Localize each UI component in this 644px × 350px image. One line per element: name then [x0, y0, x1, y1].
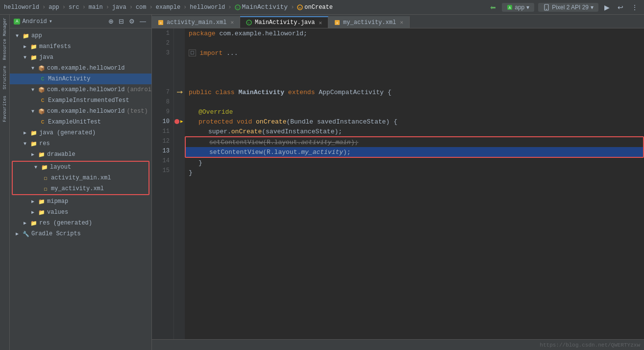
tree-label-my-activity: my_activity.xml — [51, 185, 104, 192]
device-dropdown[interactable]: Pixel 2 API 29 ▾ — [538, 3, 598, 12]
app-dropdown[interactable]: A app ▾ — [502, 3, 534, 12]
gradle-icon: 🔧 — [22, 230, 30, 238]
code-line-3: □ import ... — [185, 48, 644, 58]
run-button[interactable]: ▶ — [602, 2, 612, 12]
tree-toggle-java: ▼ — [22, 54, 28, 61]
gutter-icon-15 — [174, 166, 185, 175]
file-tree-panel: A Android ▾ ⊕ ⊟ ⚙ — ▼ 📁 app ▶ 📁 — [10, 15, 152, 350]
breadcrumb-helloworld2[interactable]: helloworld — [190, 4, 225, 11]
back-button[interactable]: ⬅ — [488, 2, 498, 12]
code-line-7: public class MainActivity extends AppCom… — [185, 87, 644, 97]
tree-toggle-res-generated: ▶ — [22, 220, 28, 226]
tree-label-res: res — [39, 140, 50, 147]
breadcrumb-main[interactable]: main — [89, 4, 103, 11]
tree-item-mipmap[interactable]: ▶ 📁 mipmap — [10, 196, 151, 207]
status-url: https://blog.csdn.net/QWERTYzxw — [540, 342, 640, 348]
tree-item-drawable[interactable]: ▶ 📁 drawable — [10, 149, 151, 160]
tree-item-gradle[interactable]: ▶ 🔧 Gradle Scripts — [10, 228, 151, 239]
tab-activity-main[interactable]: X activity_main.xml ✕ — [152, 16, 240, 28]
class-icon-mainactivity: C — [39, 75, 47, 83]
tree-item-values[interactable]: ▶ 📁 values — [10, 207, 151, 218]
tree-item-res-generated[interactable]: ▶ 📁 res (generated) — [10, 218, 151, 228]
svg-text:C: C — [248, 21, 250, 25]
breadcrumb-mainactivity-label: MainActivity — [242, 3, 288, 11]
tree-toggle-manifests: ▶ — [22, 43, 28, 50]
tree-item-my-activity[interactable]: ◻ my_activity.xml — [13, 183, 149, 194]
panel-sync-button[interactable]: ⊕ — [107, 18, 115, 25]
gutter-icon-14 — [174, 156, 185, 166]
panel-settings-button[interactable]: ⚙ — [127, 18, 136, 25]
gutter-icon-4 — [174, 58, 185, 68]
toolbar-actions: ⬅ A app ▾ Pixel 2 API 29 ▾ ▶ ↩ ⋮ — [488, 2, 640, 12]
import-collapse-icon[interactable]: □ — [189, 50, 196, 56]
red-border-lines: setContentView(R.layout.activity_main); … — [185, 136, 644, 158]
gutter-icon-10 — [174, 117, 185, 126]
svg-marker-15 — [180, 120, 183, 123]
tree-item-mainactivity[interactable]: C MainActivity — [10, 74, 151, 84]
tab-close-my-activity[interactable]: ✕ — [400, 19, 403, 25]
editor-area: X activity_main.xml ✕ C MainActivity.jav… — [152, 15, 644, 350]
panel-header: A Android ▾ ⊕ ⊟ ⚙ — — [10, 15, 151, 28]
tree-item-layout[interactable]: ▼ 📁 layout — [13, 162, 149, 173]
tree-item-package-main[interactable]: ▼ 📦 com.example.helloworld — [10, 63, 151, 74]
breadcrumb-com[interactable]: com — [136, 4, 147, 11]
tree-label-gradle: Gradle Scripts — [31, 230, 81, 237]
tree-item-manifests[interactable]: ▶ 📁 manifests — [10, 41, 151, 52]
line-num-15: 15 — [152, 166, 173, 175]
line-num-5 — [152, 68, 173, 77]
gutter-icon-1 — [174, 28, 185, 38]
tree-item-res[interactable]: ▼ 📁 res — [10, 138, 151, 149]
breadcrumb-java[interactable]: java — [112, 4, 126, 11]
tree-item-instrumentedtest[interactable]: C ExampleInstrumentedTest — [10, 95, 151, 106]
svg-marker-14 — [181, 91, 183, 94]
folder-icon-manifests: 📁 — [30, 43, 38, 50]
breadcrumb-mainactivity[interactable]: C MainActivity — [235, 3, 288, 11]
breadcrumb-oncreate[interactable]: m onCreate — [297, 4, 333, 11]
tree-label-res-generated: res (generated) — [39, 220, 92, 226]
line-numbers-gutter: 1 2 3 7 8 9 10 11 12 13 14 15 — [152, 28, 174, 339]
panel-actions: ⊕ ⊟ ⚙ — — [107, 18, 148, 25]
breadcrumb-src[interactable]: src — [69, 4, 79, 11]
tree-toggle-test: ▼ — [29, 108, 36, 115]
xml-tab-icon-2: X — [334, 20, 340, 25]
more-options-button[interactable]: ⋮ — [629, 2, 640, 12]
breadcrumb-example[interactable]: example — [156, 4, 180, 11]
svg-text:A: A — [509, 6, 511, 9]
xml-icon-my-activity: ◻ — [42, 185, 50, 193]
gutter-icons — [174, 28, 185, 339]
panel-collapse-button[interactable]: ⊟ — [117, 18, 125, 25]
code-line-10: protected void onCreate(Bundle savedInst… — [185, 117, 644, 126]
panel-dropdown-arrow[interactable]: ▾ — [49, 18, 52, 25]
breadcrumb-helloworld[interactable]: helloworld — [4, 4, 39, 11]
tree-label-instrumentedtest: ExampleInstrumentedTest — [48, 97, 129, 104]
tree-toggle-androidtest: ▼ — [29, 86, 36, 93]
favourites-label[interactable]: Favourites — [1, 93, 8, 125]
tree-label-package-androidtest: com.example.helloworld — [47, 86, 124, 93]
rerun-button[interactable]: ↩ — [616, 2, 625, 12]
xml-icon-activity-main: ◻ — [42, 174, 50, 182]
tree-item-java-generated[interactable]: ▶ 📁 java (generated) — [10, 127, 151, 138]
test-icon-unit: C — [39, 118, 47, 126]
tree-item-java[interactable]: ▼ 📁 java — [10, 52, 151, 63]
panel-close-button[interactable]: — — [138, 18, 148, 25]
tree-item-activity-main[interactable]: ◻ activity_main.xml — [13, 173, 149, 183]
resource-manager-label[interactable]: Resource Manager — [1, 15, 8, 63]
structure-label[interactable]: Structure — [1, 63, 8, 93]
tree-item-app[interactable]: ▼ 📁 app — [10, 30, 151, 41]
tab-close-activity-main[interactable]: ✕ — [230, 19, 234, 25]
breadcrumb-app[interactable]: app — [49, 4, 59, 11]
code-line-6 — [185, 77, 644, 87]
code-line-5 — [185, 68, 644, 77]
tree-item-unittest[interactable]: C ExampleUnitTest — [10, 117, 151, 127]
tree-label-app: app — [31, 32, 42, 39]
tab-mainactivity[interactable]: C MainActivity.java ✕ — [240, 16, 328, 28]
file-tree: ▼ 📁 app ▶ 📁 manifests ▼ 📁 java ▼ — [10, 28, 151, 350]
folder-icon-app: 📁 — [22, 32, 30, 40]
tab-close-mainactivity[interactable]: ✕ — [319, 20, 322, 26]
tab-my-activity[interactable]: X my_activity.xml ✕ — [328, 16, 410, 28]
line-num-11: 11 — [152, 126, 173, 136]
tree-toggle-res: ▼ — [22, 140, 28, 147]
tree-item-package-test[interactable]: ▼ 📦 com.example.helloworld (test) — [10, 106, 151, 117]
tree-item-package-androidtest[interactable]: ▼ 📦 com.example.helloworld (androidTest) — [10, 84, 151, 95]
code-content[interactable]: package com.example.helloworld; □ import… — [185, 28, 644, 339]
